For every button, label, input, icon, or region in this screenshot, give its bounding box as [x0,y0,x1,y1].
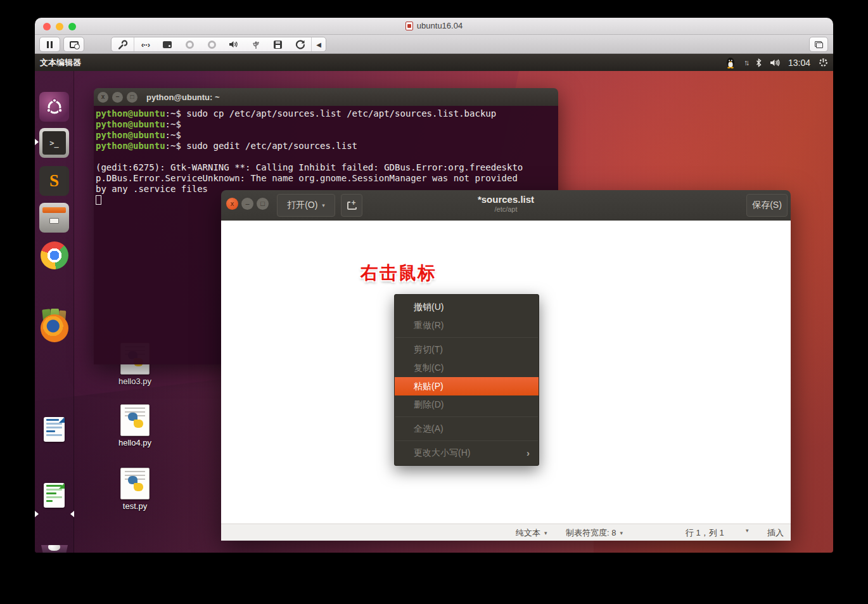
bluetooth-icon[interactable] [756,58,762,67]
gedit-statusbar: 纯文本▾ 制表符宽度: 8▾ 行 1，列 1 ▾ 插入 [221,524,791,541]
ubuntu-panel: 文本编辑器 ↑↓ 13:04 [35,54,833,71]
volume-icon[interactable] [770,59,780,67]
sync-device-button[interactable] [289,37,311,51]
cursor-position: 行 1，列 1 [686,527,724,539]
cdrom2-device-button[interactable] [201,37,223,51]
cdrom-device-button[interactable] [179,37,201,51]
display-mode-button[interactable] [809,37,828,52]
chromium-icon [41,241,68,269]
snapshot-icon [70,41,79,48]
panel-clock[interactable]: 13:04 [788,58,810,68]
desktop-icon-label: hello3.py [105,376,165,386]
display-mode-icon [815,41,823,48]
dock-item-file-manager[interactable] [39,203,69,233]
gedit-headerbar[interactable]: x – □ 打开(O) ▾ *sources.list /etc/apt [221,190,791,221]
floppy-icon [274,41,282,49]
tux-icon[interactable] [725,57,736,68]
terminal-line: p.DBus.Error.ServiceUnknown: The name or… [96,173,556,184]
dock-item-ubuntu-dash[interactable] [39,92,69,122]
sublime-icon: S [49,171,59,191]
terminal-maximize-button[interactable]: □ [127,92,137,103]
submenu-arrow-icon: › [527,447,530,458]
dock-item-libreoffice-calc[interactable] [39,480,69,510]
dock-item-trash[interactable] [41,545,68,553]
terminal-cursor [96,195,101,205]
ubuntu-dash-icon [45,98,64,117]
toolbar-collapse-button[interactable]: ◀ [312,37,326,51]
usb-device-button[interactable] [245,37,267,51]
network-icon: ‹··› [141,40,150,49]
pause-button[interactable] [39,37,60,52]
sound-icon [229,41,238,48]
harddisk-icon [163,41,172,48]
session-gear-icon[interactable] [819,58,828,67]
terminal-title: python@ubuntu: ~ [146,93,220,102]
vm-app-window: ubuntu16.04 ‹··› [35,18,833,553]
wrench-icon [117,39,128,50]
menu-separator [395,440,538,441]
insert-mode-indicator[interactable]: 插入 [767,527,784,539]
document-title: *sources.list [221,194,791,205]
menu-item-select-all: 全选(A) [395,420,539,438]
menu-item-paste[interactable]: 粘贴(P) [395,377,539,395]
sync-icon [295,39,305,49]
document-path: /etc/apt [221,205,791,213]
goto-line-dropdown[interactable]: ▾ [746,527,749,534]
menu-separator [395,416,538,417]
collapse-arrow-icon: ◀ [316,41,321,48]
menu-item-delete: 删除(D) [395,395,539,414]
network-device-button[interactable]: ‹··› [134,37,156,51]
tab-width-dropdown[interactable]: 制表符宽度: 8▾ [566,527,623,539]
desktop-icon-test[interactable]: test.py [105,468,165,511]
terminal-line: python@ubuntu:~$ [96,130,556,141]
panel-tray: ↑↓ 13:04 [725,54,828,71]
desktop-icon-label: test.py [105,501,165,511]
dock-item-libreoffice-writer[interactable] [39,414,69,444]
menu-item-undo[interactable]: 撤销(U) [395,298,539,316]
screenshot-canvas: ubuntu16.04 ‹··› [0,0,868,604]
terminal-line [96,151,556,162]
writer-icon [44,417,65,442]
dock-item-terminal[interactable]: >_ [39,128,69,158]
tutorial-annotation: 右击鼠标 [361,261,437,285]
save-button[interactable]: 保存(S) [746,194,788,217]
focused-indicator [70,511,74,517]
dock-item-chromium[interactable] [39,240,69,270]
dock-item-sublime-text[interactable]: S [39,166,69,196]
vm-toolbar: ‹··› ◀ [35,35,833,54]
running-indicator [35,139,39,145]
unity-launcher: >_ S [35,71,74,553]
firefox-icon [41,314,68,342]
vm-screen: 文本编辑器 ↑↓ 13:04 hello3.py [35,54,833,553]
chevron-down-icon: ▾ [746,527,749,534]
snapshot-button[interactable] [63,37,84,52]
terminal-line: python@ubuntu:~$ sudo gedit /etc/apt/sou… [96,141,556,151]
file-cabinet-icon [42,207,66,213]
menu-item-copy: 复制(C) [395,359,539,377]
menu-separator [395,337,538,338]
ubuntu-desktop: hello3.py hello4.py test.py [35,71,833,553]
terminal-titlebar[interactable]: x – □ python@ubuntu: ~ [94,88,558,106]
terminal-line: python@ubuntu:~$ sudo cp /etc/apt/source… [96,108,556,119]
python-file-icon [120,404,150,436]
settings-wrench-button[interactable] [112,37,134,51]
appmenu-label[interactable]: 文本编辑器 [40,57,81,68]
sound-device-button[interactable] [222,37,245,51]
terminal-close-button[interactable]: x [98,92,108,103]
desktop-icon-hello4[interactable]: hello4.py [105,404,165,447]
dock-item-firefox[interactable] [39,313,69,343]
terminal-line: (gedit:6275): Gtk-WARNING **: Calling In… [96,162,556,173]
network-updown-icon[interactable]: ↑↓ [744,58,748,67]
window-title-group: ubuntu16.04 [35,21,833,30]
running-indicator [35,511,39,517]
harddisk-device-button[interactable] [156,37,179,51]
mac-titlebar: ubuntu16.04 [35,18,833,35]
floppy-device-button[interactable] [267,37,289,51]
chevron-down-icon: ▾ [544,530,547,536]
doc-type-dropdown[interactable]: 纯文本▾ [516,527,547,539]
chevron-down-icon: ▾ [620,530,623,536]
usb-icon [252,40,260,49]
terminal-minimize-button[interactable]: – [112,92,123,103]
window-title: ubuntu16.04 [417,21,463,30]
menu-item-change-case: 更改大小写(H)› [395,444,539,462]
